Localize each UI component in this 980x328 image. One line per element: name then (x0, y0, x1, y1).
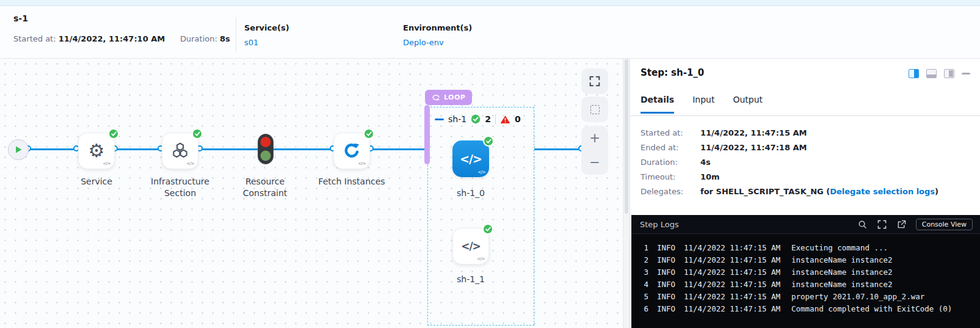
detail-label-delegates: Delegates: (641, 184, 700, 199)
log-timestamp: 11/4/2022 11:47:15 AM (684, 242, 791, 254)
traffic-light-icon (257, 133, 274, 165)
start-node[interactable] (8, 139, 29, 160)
detail-value-delegates: for SHELL_SCRIPT_TASK_NG (Delegate selec… (700, 184, 938, 199)
log-level: INFO (657, 242, 684, 254)
detail-value: 10m (700, 170, 938, 184)
log-line-number: 3 (636, 266, 648, 279)
edge (534, 148, 581, 150)
environment-link[interactable]: Deplo-env (403, 38, 444, 47)
log-line: 4INFO11/4/2022 11:47:15 AMinstanceName i… (636, 279, 980, 291)
code-snippet-icon: </> (358, 161, 366, 166)
console-view-button[interactable]: Console View (916, 219, 973, 230)
code-snippet-icon: </> (477, 257, 485, 261)
log-message: Command completed with ExitCode (0) (791, 303, 952, 315)
code-snippet-icon: </> (477, 170, 485, 175)
step-panel-title: Step: sh-1_0 (641, 67, 704, 78)
log-line-number: 1 (636, 242, 648, 254)
node-fetch-instances[interactable]: </> (333, 133, 370, 169)
detail-label: Ended at: (641, 140, 700, 155)
canvas-zoom-controls: + − (581, 126, 608, 175)
collapse-icon[interactable] (435, 118, 444, 120)
tab-output[interactable]: Output (733, 95, 763, 114)
split-view-icon[interactable] (909, 69, 919, 78)
delegate-selection-logs-link[interactable]: Delegate selection logs (830, 187, 935, 196)
duration-label: Duration: (180, 34, 217, 43)
step-details-table: Started at: 11/4/2022, 11:47:15 AM Ended… (641, 126, 938, 199)
loop-badge[interactable]: LOOP (425, 90, 472, 105)
log-line-number: 4 (636, 279, 648, 291)
step-logs-title: Step Logs (640, 220, 679, 229)
error-count: 0 (515, 114, 521, 124)
delegates-suffix: ) (935, 187, 938, 196)
node-resource-constraint[interactable] (257, 133, 274, 165)
duration: Duration: 8s (180, 34, 230, 43)
log-line: 1INFO11/4/2022 11:47:15 AMExecuting comm… (636, 242, 980, 254)
error-count-icon (500, 115, 510, 124)
node-label-sh-1-0: sh-1_0 (428, 188, 514, 199)
log-fullscreen-button[interactable] (877, 220, 887, 229)
zoom-out-button[interactable]: − (589, 156, 600, 169)
success-badge-icon (192, 128, 203, 139)
loop-group-name: sh-1 (448, 114, 466, 124)
edge (28, 148, 76, 150)
marquee-select-icon (590, 105, 600, 114)
loop-badge-label: LOOP (444, 93, 465, 101)
log-timestamp: 11/4/2022 11:47:15 AM (684, 254, 791, 266)
top-strip (0, 0, 980, 6)
log-line-number: 5 (636, 291, 648, 303)
canvas-select-button[interactable] (581, 97, 608, 122)
tab-details[interactable]: Details (641, 95, 674, 114)
started-at: Started at: 11/4/2022, 11:47:10 AM (13, 34, 165, 43)
log-search-button[interactable] (858, 220, 867, 229)
environments-block: Environment(s) Deplo-env (403, 23, 472, 47)
node-label-infrastructure: Infrastructure Section (137, 176, 223, 199)
services-block: Service(s) s01 (244, 23, 289, 47)
node-label-fetch: Fetch Instances (309, 176, 394, 188)
log-line: 5INFO11/4/2022 11:47:15 AMproperty 2021.… (636, 291, 980, 303)
node-sh-1-1[interactable]: </> </> (452, 228, 489, 264)
scrollbar-thumb[interactable] (625, 59, 628, 214)
log-message: instanceName instance2 (791, 266, 893, 279)
log-line: 2INFO11/4/2022 11:47:15 AMinstanceName i… (636, 254, 980, 266)
panel-scrollbar (623, 59, 630, 328)
canvas-fullscreen-button[interactable] (581, 68, 608, 94)
loop-group-bar (424, 105, 430, 164)
right-view-icon[interactable] (944, 69, 954, 78)
zoom-in-button[interactable]: + (589, 132, 600, 144)
service-link[interactable]: s01 (244, 38, 258, 47)
log-timestamp: 11/4/2022 11:47:15 AM (684, 266, 791, 279)
started-at-label: Started at: (13, 34, 56, 43)
node-infrastructure[interactable]: </> (162, 133, 198, 169)
log-timestamp: 11/4/2022 11:47:15 AM (684, 279, 791, 291)
loop-icon (432, 94, 440, 101)
edge (371, 148, 427, 150)
loop-group-header[interactable]: sh-1 2 0 (435, 114, 521, 125)
log-timestamp: 11/4/2022 11:47:15 AM (684, 291, 791, 303)
delegates-prefix: for SHELL_SCRIPT_TASK_NG ( (700, 187, 830, 196)
loop-group-boundary (427, 107, 534, 326)
fullscreen-icon (589, 76, 600, 87)
tabs-divider (630, 115, 980, 116)
log-level: INFO (657, 266, 684, 279)
code-snippet-icon: </> (103, 161, 111, 166)
log-line-number: 6 (636, 303, 648, 315)
step-logs-body[interactable]: 1INFO11/4/2022 11:47:15 AMExecuting comm… (631, 234, 980, 315)
detail-label: Started at: (641, 126, 700, 140)
detail-label: Timeout: (641, 170, 700, 184)
shell-script-icon: </> (460, 152, 482, 166)
pipeline-canvas[interactable]: ⚙ </> Service </> Infrastructure Section (0, 59, 623, 328)
success-badge-icon (482, 224, 493, 235)
log-message: instanceName instance2 (791, 279, 893, 291)
node-service[interactable]: ⚙ </> (78, 133, 115, 169)
minimize-panel-icon[interactable] (962, 73, 970, 75)
started-at-value: 11/4/2022, 11:47:10 AM (59, 34, 165, 43)
detail-value: 11/4/2022, 11:47:18 AM (700, 140, 938, 155)
node-label-resource: Resource Constraint (231, 176, 299, 199)
node-sh-1-0[interactable]: </> </> (452, 140, 489, 177)
edge (274, 148, 333, 150)
bottom-view-icon[interactable] (926, 69, 937, 78)
execution-header: s-1 Started at: 11/4/2022, 11:47:10 AM D… (0, 6, 980, 59)
tab-input[interactable]: Input (692, 95, 714, 114)
log-level: INFO (657, 254, 684, 266)
log-open-external-button[interactable] (897, 220, 906, 229)
